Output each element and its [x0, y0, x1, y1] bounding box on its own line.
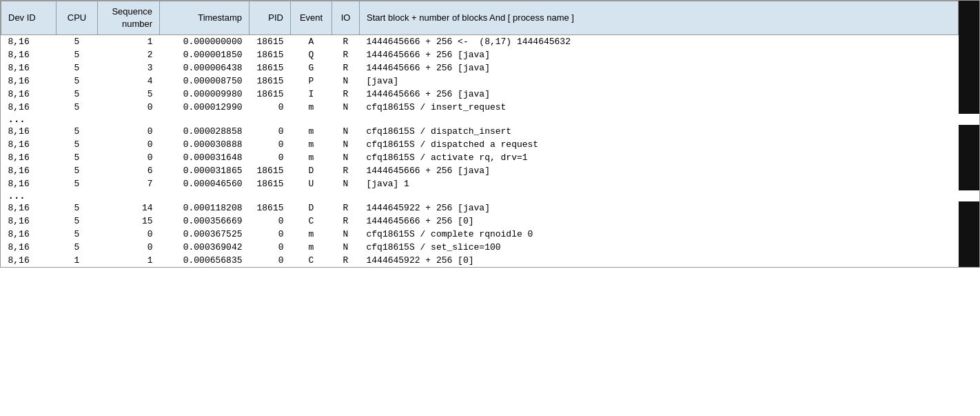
cell-devid: 8,16: [1, 138, 57, 151]
cell-pid: 0: [249, 241, 291, 254]
cell-pid: 18615: [249, 61, 291, 75]
cell-extra: [959, 88, 979, 101]
cell-cpu: 5: [57, 75, 98, 88]
cell-event: C: [291, 215, 332, 228]
cell-pid: 0: [249, 151, 291, 164]
cell-seq: 0: [98, 138, 160, 151]
cell-cpu: 1: [57, 254, 98, 267]
cell-desc: [java] 1: [360, 177, 959, 190]
cell-devid: 8,16: [1, 177, 57, 190]
cell-seq: 6: [98, 164, 160, 177]
cell-io: N: [332, 241, 360, 254]
cell-extra: [959, 164, 979, 177]
cell-devid: 8,16: [1, 125, 57, 138]
cell-devid: 8,16: [1, 88, 57, 101]
cell-event: m: [291, 151, 332, 164]
cell-seq: 0: [98, 151, 160, 164]
cell-event: D: [291, 201, 332, 215]
cell-extra: [959, 201, 979, 215]
cell-event: D: [291, 164, 332, 177]
cell-desc: cfq18615S / activate rq, drv=1: [360, 151, 959, 164]
col-header-devid: Dev ID: [1, 1, 57, 35]
cell-event: m: [291, 228, 332, 241]
cell-ts: 0.000000000: [160, 35, 249, 49]
cell-cpu: 5: [57, 125, 98, 138]
cell-seq: 2: [98, 48, 160, 61]
col-header-extra: [959, 1, 979, 35]
cell-io: R: [332, 164, 360, 177]
cell-seq: 0: [98, 228, 160, 241]
cell-extra: [959, 48, 979, 61]
cell-ts: 0.000028858: [160, 125, 249, 138]
cell-pid: 18615: [249, 75, 291, 88]
cell-devid: 8,16: [1, 241, 57, 254]
table-row: 8,16500.0000288580mNcfq18615S / dispatch…: [1, 125, 979, 138]
cell-devid: 8,16: [1, 61, 57, 75]
cell-extra: [959, 177, 979, 190]
cell-cpu: 5: [57, 177, 98, 190]
ellipsis-row: ...: [1, 114, 979, 125]
cell-pid: 18615: [249, 201, 291, 215]
ellipsis-row: ...: [1, 190, 979, 201]
ellipsis-cell: ...: [1, 190, 979, 201]
cell-cpu: 5: [57, 35, 98, 49]
cell-cpu: 5: [57, 164, 98, 177]
cell-event: m: [291, 241, 332, 254]
main-table-container: Dev ID CPU Sequence number Timestamp PID…: [0, 0, 980, 268]
cell-event: P: [291, 75, 332, 88]
cell-event: I: [291, 88, 332, 101]
cell-cpu: 5: [57, 201, 98, 215]
cell-ts: 0.000006438: [160, 61, 249, 75]
cell-ts: 0.000367525: [160, 228, 249, 241]
cell-io: N: [332, 101, 360, 114]
cell-desc: 1444645922 + 256 [java]: [360, 201, 959, 215]
table-row: 8,16500.0003675250mNcfq18615S / complete…: [1, 228, 979, 241]
cell-ts: 0.000001850: [160, 48, 249, 61]
ellipsis-cell: ...: [1, 114, 979, 125]
cell-extra: [959, 125, 979, 138]
cell-pid: 18615: [249, 48, 291, 61]
cell-ts: 0.000118208: [160, 201, 249, 215]
cell-ts: 0.000008750: [160, 75, 249, 88]
cell-seq: 1: [98, 35, 160, 49]
cell-ts: 0.000030888: [160, 138, 249, 151]
cell-seq: 1: [98, 254, 160, 267]
cell-ts: 0.000656835: [160, 254, 249, 267]
cell-devid: 8,16: [1, 201, 57, 215]
cell-extra: [959, 228, 979, 241]
cell-desc: cfq18615S / set_slice=100: [360, 241, 959, 254]
cell-pid: 18615: [249, 164, 291, 177]
col-header-desc: Start block + number of blocks And [ pro…: [360, 1, 959, 35]
cell-ts: 0.000369042: [160, 241, 249, 254]
cell-desc: 1444645666 + 256 <- (8,17) 1444645632: [360, 35, 959, 49]
cell-ts: 0.000356669: [160, 215, 249, 228]
cell-devid: 8,16: [1, 164, 57, 177]
table-header-row: Dev ID CPU Sequence number Timestamp PID…: [1, 1, 979, 35]
cell-desc: 1444645666 + 256 [java]: [360, 61, 959, 75]
cell-io: R: [332, 61, 360, 75]
cell-devid: 8,16: [1, 228, 57, 241]
cell-cpu: 5: [57, 138, 98, 151]
table-body: 8,16510.00000000018615AR1444645666 + 256…: [1, 35, 979, 268]
cell-event: C: [291, 254, 332, 267]
cell-seq: 0: [98, 241, 160, 254]
col-header-ts: Timestamp: [160, 1, 249, 35]
cell-desc: 1444645666 + 256 [0]: [360, 215, 959, 228]
cell-extra: [959, 215, 979, 228]
cell-io: R: [332, 254, 360, 267]
cell-extra: [959, 241, 979, 254]
cell-desc: cfq18615S / insert_request: [360, 101, 959, 114]
cell-cpu: 5: [57, 101, 98, 114]
cell-io: R: [332, 48, 360, 61]
cell-pid: 0: [249, 101, 291, 114]
table-row: 8,16110.0006568350CR1444645922 + 256 [0]: [1, 254, 979, 267]
cell-extra: [959, 254, 979, 267]
col-header-io: IO: [332, 1, 360, 35]
cell-cpu: 5: [57, 228, 98, 241]
cell-event: U: [291, 177, 332, 190]
col-header-cpu: CPU: [57, 1, 98, 35]
cell-extra: [959, 75, 979, 88]
cell-desc: 1444645922 + 256 [0]: [360, 254, 959, 267]
cell-pid: 0: [249, 215, 291, 228]
cell-devid: 8,16: [1, 35, 57, 49]
